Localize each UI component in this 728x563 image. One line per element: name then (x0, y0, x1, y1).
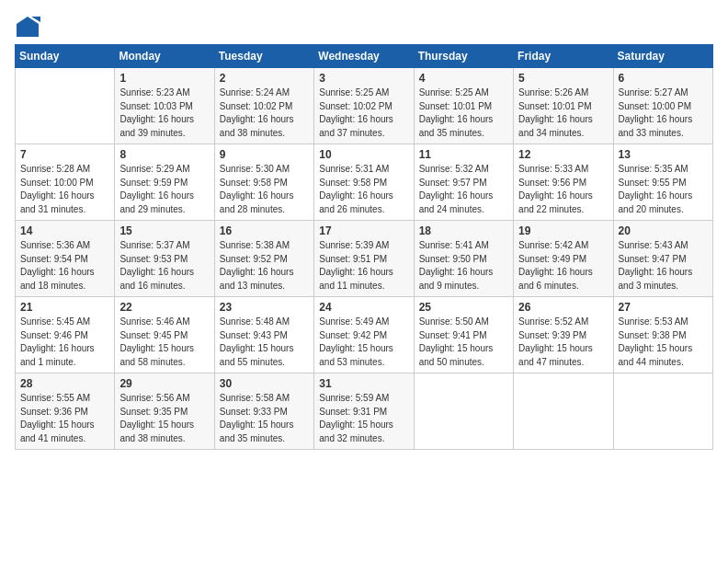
cell-info: Sunrise: 5:37 AMSunset: 9:53 PMDaylight:… (119, 239, 209, 293)
day-number: 19 (518, 224, 608, 237)
cell-info: Sunrise: 5:39 AMSunset: 9:51 PMDaylight:… (319, 239, 408, 293)
calendar-cell: 14Sunrise: 5:36 AMSunset: 9:54 PMDayligh… (16, 221, 115, 297)
calendar-cell: 18Sunrise: 5:41 AMSunset: 9:50 PMDayligh… (414, 221, 513, 297)
cell-info: Sunrise: 5:25 AMSunset: 10:01 PMDaylight… (419, 86, 508, 140)
cell-info: Sunrise: 5:53 AMSunset: 9:38 PMDaylight:… (619, 316, 708, 369)
cell-info: Sunrise: 5:49 AMSunset: 9:42 PMDaylight:… (319, 316, 408, 369)
cell-info: Sunrise: 5:28 AMSunset: 10:00 PMDaylight… (20, 163, 109, 216)
cell-info: Sunrise: 5:27 AMSunset: 10:00 PMDaylight… (619, 86, 708, 140)
logo-icon (15, 15, 40, 40)
cell-info: Sunrise: 5:42 AMSunset: 9:49 PMDaylight:… (518, 239, 608, 293)
calendar-week-row: 14Sunrise: 5:36 AMSunset: 9:54 PMDayligh… (16, 221, 713, 297)
cell-info: Sunrise: 5:35 AMSunset: 9:55 PMDaylight:… (619, 163, 708, 216)
day-number: 24 (319, 301, 408, 314)
day-number: 30 (220, 377, 309, 390)
cell-info: Sunrise: 5:58 AMSunset: 9:33 PMDaylight:… (220, 392, 309, 445)
header-saturday: Saturday (613, 45, 712, 68)
cell-info: Sunrise: 5:41 AMSunset: 9:50 PMDaylight:… (419, 239, 508, 293)
cell-info: Sunrise: 5:50 AMSunset: 9:41 PMDaylight:… (419, 316, 508, 369)
cell-info: Sunrise: 5:23 AMSunset: 10:03 PMDaylight… (119, 86, 209, 140)
calendar-cell: 17Sunrise: 5:39 AMSunset: 9:51 PMDayligh… (314, 221, 414, 297)
calendar-cell: 8Sunrise: 5:29 AMSunset: 9:59 PMDaylight… (115, 144, 214, 221)
day-number: 25 (419, 301, 508, 314)
calendar-cell: 16Sunrise: 5:38 AMSunset: 9:52 PMDayligh… (214, 221, 313, 297)
calendar-cell: 5Sunrise: 5:26 AMSunset: 10:01 PMDayligh… (514, 68, 613, 144)
day-number: 6 (619, 72, 708, 85)
calendar-week-row: 1Sunrise: 5:23 AMSunset: 10:03 PMDayligh… (16, 68, 713, 144)
calendar-cell: 6Sunrise: 5:27 AMSunset: 10:00 PMDayligh… (613, 68, 712, 144)
cell-info: Sunrise: 5:46 AMSunset: 9:45 PMDaylight:… (119, 316, 209, 369)
day-number: 29 (119, 377, 209, 390)
cell-info: Sunrise: 5:32 AMSunset: 9:57 PMDaylight:… (419, 163, 508, 216)
header-tuesday: Tuesday (214, 45, 313, 68)
calendar-header-row: SundayMondayTuesdayWednesdayThursdayFrid… (16, 45, 713, 68)
day-number: 4 (419, 72, 508, 85)
cell-info: Sunrise: 5:38 AMSunset: 9:52 PMDaylight:… (220, 239, 309, 293)
header-friday: Friday (514, 45, 613, 68)
calendar-table: SundayMondayTuesdayWednesdayThursdayFrid… (15, 44, 713, 450)
day-number: 12 (518, 148, 608, 161)
cell-info: Sunrise: 5:26 AMSunset: 10:01 PMDaylight… (518, 86, 608, 140)
calendar-cell: 7Sunrise: 5:28 AMSunset: 10:00 PMDayligh… (16, 144, 115, 221)
day-number: 10 (319, 148, 408, 161)
cell-info: Sunrise: 5:31 AMSunset: 9:58 PMDaylight:… (319, 163, 408, 216)
calendar-cell: 11Sunrise: 5:32 AMSunset: 9:57 PMDayligh… (414, 144, 513, 221)
calendar-cell: 1Sunrise: 5:23 AMSunset: 10:03 PMDayligh… (115, 68, 214, 144)
cell-info: Sunrise: 5:30 AMSunset: 9:58 PMDaylight:… (220, 163, 309, 216)
day-number: 23 (220, 301, 309, 314)
calendar-cell: 31Sunrise: 5:59 AMSunset: 9:31 PMDayligh… (314, 373, 414, 450)
day-number: 7 (20, 148, 109, 161)
day-number: 1 (119, 72, 209, 85)
calendar-cell: 30Sunrise: 5:58 AMSunset: 9:33 PMDayligh… (214, 373, 313, 450)
calendar-cell: 9Sunrise: 5:30 AMSunset: 9:58 PMDaylight… (214, 144, 313, 221)
cell-info: Sunrise: 5:45 AMSunset: 9:46 PMDaylight:… (20, 316, 109, 369)
day-number: 31 (319, 377, 408, 390)
day-number: 5 (518, 72, 608, 85)
day-number: 2 (220, 72, 309, 85)
day-number: 18 (419, 224, 508, 237)
header-monday: Monday (115, 45, 214, 68)
cell-info: Sunrise: 5:52 AMSunset: 9:39 PMDaylight:… (518, 316, 608, 369)
calendar-cell: 26Sunrise: 5:52 AMSunset: 9:39 PMDayligh… (514, 297, 613, 373)
calendar-cell: 2Sunrise: 5:24 AMSunset: 10:02 PMDayligh… (214, 68, 313, 144)
day-number: 17 (319, 224, 408, 237)
calendar-cell: 22Sunrise: 5:46 AMSunset: 9:45 PMDayligh… (115, 297, 214, 373)
day-number: 3 (319, 72, 408, 85)
day-number: 13 (619, 148, 708, 161)
page-header (15, 15, 713, 40)
calendar-cell: 23Sunrise: 5:48 AMSunset: 9:43 PMDayligh… (214, 297, 313, 373)
calendar-week-row: 28Sunrise: 5:55 AMSunset: 9:36 PMDayligh… (16, 373, 713, 450)
calendar-cell: 21Sunrise: 5:45 AMSunset: 9:46 PMDayligh… (16, 297, 115, 373)
calendar-cell (414, 373, 513, 450)
calendar-cell: 27Sunrise: 5:53 AMSunset: 9:38 PMDayligh… (613, 297, 712, 373)
calendar-week-row: 21Sunrise: 5:45 AMSunset: 9:46 PMDayligh… (16, 297, 713, 373)
day-number: 15 (119, 224, 209, 237)
cell-info: Sunrise: 5:25 AMSunset: 10:02 PMDaylight… (319, 86, 408, 140)
cell-info: Sunrise: 5:33 AMSunset: 9:56 PMDaylight:… (518, 163, 608, 216)
day-number: 21 (20, 301, 109, 314)
cell-info: Sunrise: 5:29 AMSunset: 9:59 PMDaylight:… (119, 163, 209, 216)
day-number: 28 (20, 377, 109, 390)
day-number: 22 (119, 301, 209, 314)
day-number: 27 (619, 301, 708, 314)
calendar-cell: 25Sunrise: 5:50 AMSunset: 9:41 PMDayligh… (414, 297, 513, 373)
calendar-cell (613, 373, 712, 450)
calendar-cell: 3Sunrise: 5:25 AMSunset: 10:02 PMDayligh… (314, 68, 414, 144)
calendar-cell: 29Sunrise: 5:56 AMSunset: 9:35 PMDayligh… (115, 373, 214, 450)
logo (15, 15, 44, 40)
cell-info: Sunrise: 5:55 AMSunset: 9:36 PMDaylight:… (20, 392, 109, 445)
day-number: 20 (619, 224, 708, 237)
day-number: 9 (220, 148, 309, 161)
cell-info: Sunrise: 5:43 AMSunset: 9:47 PMDaylight:… (619, 239, 708, 293)
calendar-cell (514, 373, 613, 450)
day-number: 26 (518, 301, 608, 314)
calendar-cell: 20Sunrise: 5:43 AMSunset: 9:47 PMDayligh… (613, 221, 712, 297)
cell-info: Sunrise: 5:24 AMSunset: 10:02 PMDaylight… (220, 86, 309, 140)
calendar-cell: 12Sunrise: 5:33 AMSunset: 9:56 PMDayligh… (514, 144, 613, 221)
calendar-cell: 10Sunrise: 5:31 AMSunset: 9:58 PMDayligh… (314, 144, 414, 221)
header-thursday: Thursday (414, 45, 513, 68)
cell-info: Sunrise: 5:48 AMSunset: 9:43 PMDaylight:… (220, 316, 309, 369)
day-number: 11 (419, 148, 508, 161)
calendar-week-row: 7Sunrise: 5:28 AMSunset: 10:00 PMDayligh… (16, 144, 713, 221)
calendar-cell: 15Sunrise: 5:37 AMSunset: 9:53 PMDayligh… (115, 221, 214, 297)
